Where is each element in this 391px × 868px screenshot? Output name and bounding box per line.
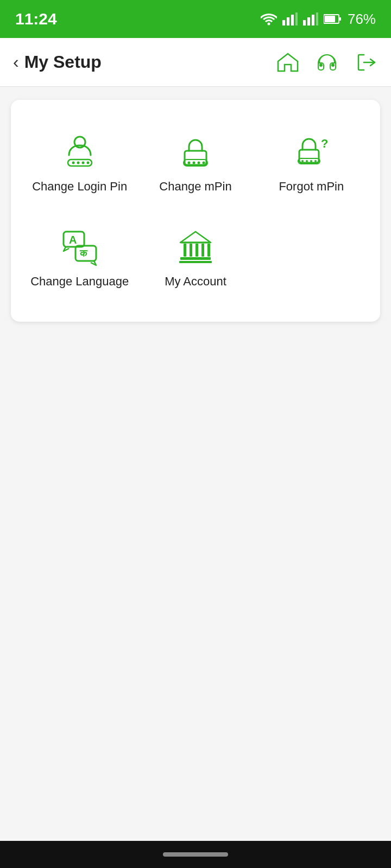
svg-rect-4 [303,20,306,25]
svg-rect-10 [325,16,335,22]
setup-card: Change Login Pin Change mPin [11,100,380,322]
nav-actions [276,50,378,74]
change-language-label: Change Language [30,274,129,290]
svg-rect-39 [201,244,204,257]
setup-grid-row2: A क Change Language [22,211,369,301]
home-icon[interactable] [276,50,300,74]
svg-rect-9 [339,17,341,21]
svg-point-24 [202,162,205,164]
setup-grid-row1: Change Login Pin Change mPin [22,116,369,206]
support-icon[interactable] [315,50,339,74]
login-pin-icon [60,132,99,171]
nav-bar: ‹ My Setup [0,38,391,87]
bottom-pill [163,852,228,857]
svg-point-21 [187,162,190,164]
svg-rect-0 [282,20,285,25]
svg-rect-5 [307,17,310,25]
svg-point-16 [77,162,79,164]
svg-rect-38 [195,244,198,257]
svg-point-17 [81,162,84,164]
main-content: Change Login Pin Change mPin [0,87,391,841]
back-button[interactable]: ‹ My Setup [13,52,276,72]
language-icon: A क [60,227,99,266]
change-language-item[interactable]: A क Change Language [22,211,137,301]
svg-rect-1 [287,17,289,25]
svg-point-29 [306,160,308,162]
svg-point-23 [197,162,200,164]
svg-rect-7 [316,12,318,25]
svg-rect-36 [184,244,186,257]
page-title: My Setup [24,52,102,72]
bottom-bar [0,841,391,868]
svg-rect-40 [207,244,210,257]
svg-rect-6 [312,15,314,25]
change-mpin-label: Change mPin [159,179,231,195]
svg-rect-3 [295,12,298,25]
battery-icon [324,12,342,25]
status-bar: 11:24 76% [0,0,391,38]
change-login-pin-item[interactable]: Change Login Pin [22,116,137,206]
svg-text:क: क [79,248,88,259]
my-account-label: My Account [165,274,226,290]
svg-point-18 [86,162,89,164]
empty-slot [254,211,369,301]
battery-percentage: 76% [348,11,376,28]
forgot-mpin-item[interactable]: ? Forgot mPin [254,116,369,206]
svg-point-15 [72,162,74,164]
svg-point-22 [192,162,195,164]
svg-point-11 [319,63,323,67]
forgot-mpin-icon: ? [292,132,331,171]
svg-rect-37 [190,244,192,257]
signal-icon-1 [282,12,298,25]
svg-text:A: A [69,234,77,246]
svg-text:?: ? [321,137,328,150]
svg-point-12 [331,63,335,67]
svg-rect-42 [179,261,212,263]
change-mpin-item[interactable]: Change mPin [137,116,253,206]
mpin-icon [176,132,215,171]
logout-icon[interactable] [354,50,378,74]
forgot-mpin-label: Forgot mPin [279,179,344,195]
my-account-item[interactable]: My Account [137,211,253,301]
status-time: 11:24 [15,10,57,28]
svg-point-28 [301,160,304,162]
svg-rect-41 [180,257,211,260]
wifi-icon [261,12,277,25]
svg-point-31 [314,160,317,162]
svg-rect-2 [291,15,294,25]
change-login-pin-label: Change Login Pin [32,179,127,195]
status-icons: 76% [261,11,376,28]
signal-icon-2 [303,12,318,25]
account-icon [176,227,215,266]
svg-point-30 [310,160,312,162]
back-arrow-icon: ‹ [13,52,19,72]
